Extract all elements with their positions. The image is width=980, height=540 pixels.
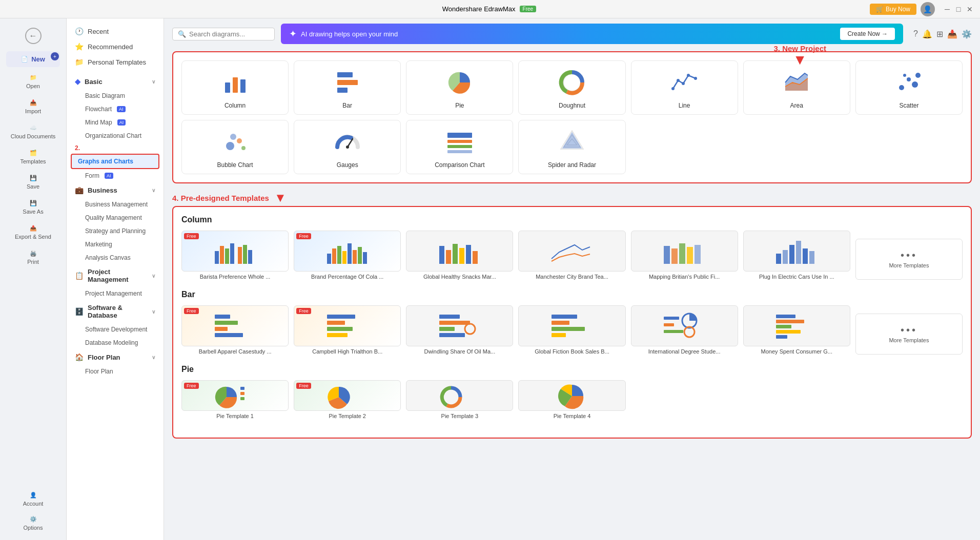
nav-sub-strategy[interactable]: Strategy and Planning — [67, 224, 164, 238]
sidebar-item-account[interactable]: 👤 Account — [3, 488, 63, 511]
sidebar-item-back[interactable]: ← — [3, 24, 63, 48]
nav-sub-quality[interactable]: Quality Management — [67, 211, 164, 224]
nav-section-software[interactable]: 🗄️ Software & Database ∨ — [67, 300, 164, 323]
form-ai-badge: AI — [105, 173, 113, 179]
chart-type-line[interactable]: Line — [631, 60, 738, 115]
nav-sub-marketing[interactable]: Marketing — [67, 238, 164, 251]
chart-type-column[interactable]: Column — [181, 60, 289, 115]
template-intl-degree[interactable]: International Degree Stude... — [631, 305, 738, 355]
nav-item-personal[interactable]: 📁 Personal Templates — [67, 54, 164, 70]
nav-sub-db-model[interactable]: Database Modeling — [67, 336, 164, 349]
nav-section-business[interactable]: 💼 Business ∨ — [67, 182, 164, 198]
more-templates-column-btn[interactable]: ••• More Templates — [855, 239, 963, 280]
sidebar-item-save-as[interactable]: 💾 Save As — [3, 196, 63, 219]
nav-sub-org-chart[interactable]: Organizational Chart — [67, 129, 164, 142]
dwindling-label: Dwindling Share Of Oil Ma... — [406, 348, 513, 355]
svg-rect-65 — [809, 251, 814, 264]
share-icon[interactable]: ⊞ — [936, 29, 943, 39]
chart-type-area[interactable]: Area — [743, 60, 850, 115]
nav-sub-graphs-charts[interactable]: Graphs and Charts — [71, 154, 159, 169]
search-input[interactable] — [189, 30, 269, 38]
nav-sub-analysis[interactable]: Analysis Canvas — [67, 251, 164, 264]
help-icon[interactable]: ? — [913, 29, 918, 38]
template-dwindling[interactable]: Dwindling Share Of Oil Ma... — [406, 305, 513, 355]
nav-sub-mindmap[interactable]: Mind Map AI — [67, 116, 164, 129]
sidebar-item-options[interactable]: ⚙️ Options — [3, 512, 63, 535]
more-templates-bar[interactable]: ••• More Templates — [855, 314, 963, 355]
download-icon[interactable]: 📥 — [947, 29, 957, 39]
svg-rect-4 — [337, 80, 358, 85]
nav-sub-biz-mgmt[interactable]: Business Management — [67, 198, 164, 211]
pie-chart-icon — [445, 68, 474, 97]
export-icon: 📤 — [30, 225, 37, 232]
template-plugin-cars[interactable]: Plug In Electric Cars Use In ... — [743, 231, 850, 280]
template-money-spent[interactable]: Money Spent Consumer G... — [743, 305, 850, 355]
chart-type-spider[interactable]: Spider and Radar — [518, 120, 625, 174]
svg-rect-44 — [342, 251, 346, 264]
chart-type-gauges[interactable]: Gauges — [294, 120, 401, 174]
template-campbell[interactable]: Free Campbell High Trialthon B... — [294, 305, 401, 355]
nav-sub-flowchart[interactable]: Flowchart AI — [67, 102, 164, 116]
buy-now-button[interactable]: 🛒 Buy Now — [870, 4, 916, 15]
nav-item-recommended[interactable]: ⭐ Recommended — [67, 39, 164, 54]
maximize-button[interactable]: □ — [954, 5, 963, 13]
chart-type-comparison[interactable]: Comparison Chart — [406, 120, 513, 174]
sidebar-item-templates[interactable]: 🗂️ Templates — [3, 146, 63, 169]
bell-icon[interactable]: 🔔 — [922, 29, 932, 39]
svg-point-9 — [677, 79, 680, 82]
sidebar-item-new[interactable]: 📄 New + — [6, 51, 60, 67]
chart-type-scatter[interactable]: Scatter — [855, 60, 963, 115]
chart-type-bubble[interactable]: Bubble Chart — [181, 120, 289, 174]
create-now-button[interactable]: Create Now → — [840, 28, 895, 40]
template-brand-cola[interactable]: Free Bran — [294, 231, 401, 280]
svg-rect-42 — [332, 248, 336, 264]
chart-type-doughnut[interactable]: Doughnut — [518, 60, 625, 115]
svg-rect-86 — [664, 323, 674, 326]
settings-icon[interactable]: ⚙️ — [962, 29, 972, 39]
down-arrow-icon: ▼ — [793, 53, 807, 67]
sidebar-item-export[interactable]: 📤 Export & Send — [3, 221, 63, 244]
template-mapping-britain[interactable]: Mapping Britian's Public Fi... — [631, 231, 738, 280]
comparison-chart-icon — [445, 128, 474, 156]
nav-sub-floor-plan[interactable]: Floor Plan — [67, 365, 164, 378]
app-title: Wondershare EdrawMax — [442, 5, 516, 13]
template-manchester[interactable]: Manchester City Brand Tea... — [518, 231, 625, 280]
more-templates-bar-btn[interactable]: ••• More Templates — [855, 314, 963, 355]
sidebar-item-cloud[interactable]: ☁️ Cloud Documents — [3, 120, 63, 143]
nav-sub-sw-dev[interactable]: Software Development — [67, 323, 164, 336]
business-section-icon: 💼 — [75, 186, 84, 194]
sidebar-item-open[interactable]: 📁 Open — [3, 70, 63, 93]
money-spent-chart-preview — [773, 310, 820, 341]
template-global-snacks[interactable]: Global Healthy Snacks Mar... — [406, 231, 513, 280]
more-templates-bar-label: More Templates — [889, 337, 929, 343]
template-pie1[interactable]: Free Pie Template 1 — [181, 380, 289, 419]
template-pie2[interactable]: Free Pie Template 2 — [294, 380, 401, 419]
nav-sub-form[interactable]: Form AI — [67, 169, 164, 182]
template-pie3[interactable]: Pie Template 3 — [406, 380, 513, 419]
nav-sub-proj-mgmt[interactable]: Project Management — [67, 287, 164, 300]
close-button[interactable]: ✕ — [966, 5, 974, 13]
chart-type-pie[interactable]: Pie — [406, 60, 513, 115]
sidebar-item-save[interactable]: 💾 Save — [3, 171, 63, 194]
nav-item-recent[interactable]: 🕐 Recent — [67, 24, 164, 39]
template-barbell[interactable]: Free Barbell Apparel Casestudy ... — [181, 305, 289, 355]
svg-rect-71 — [327, 321, 345, 325]
nav-sub-basic-diagram[interactable]: Basic Diagram — [67, 89, 164, 102]
sidebar-item-import[interactable]: 📥 Import — [3, 95, 63, 118]
template-pie4[interactable]: Pie Template 4 — [518, 380, 625, 419]
minimize-button[interactable]: ─ — [943, 5, 951, 13]
user-avatar[interactable]: 👤 — [921, 2, 935, 16]
nav-section-basic[interactable]: ◆ Basic ∨ — [67, 74, 164, 89]
step4-label: 4. Pre-designed Templates — [172, 194, 269, 202]
template-barista[interactable]: Free Barista Preference Wh — [181, 231, 289, 280]
template-global-fiction[interactable]: Global Fiction Book Sales B... — [518, 305, 625, 355]
area-icon-wrap — [780, 66, 813, 99]
chart-type-bar[interactable]: Bar — [294, 60, 401, 115]
titlebar-center: Wondershare EdrawMax Free — [442, 5, 536, 13]
more-templates-column[interactable]: ••• More Templates — [855, 239, 963, 280]
search-box[interactable]: 🔍 — [172, 28, 275, 40]
nav-section-floor[interactable]: 🏠 Floor Plan ∨ — [67, 349, 164, 365]
top-right-icons: ? 🔔 ⊞ 📥 ⚙️ — [913, 29, 972, 39]
sidebar-item-print[interactable]: 🖨️ Print — [3, 246, 63, 269]
nav-section-project[interactable]: 📋 Project Management ∨ — [67, 264, 164, 287]
